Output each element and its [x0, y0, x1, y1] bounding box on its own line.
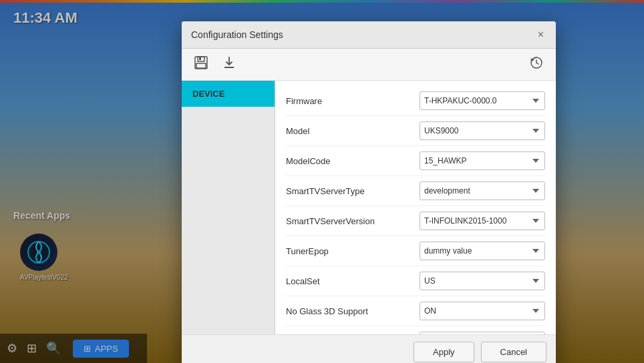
- sidebar-device-label: DEVICE: [192, 89, 224, 99]
- field-select-noglass3d[interactable]: ON OFF: [420, 302, 545, 320]
- history-icon: [529, 55, 544, 70]
- svg-rect-4: [199, 57, 201, 60]
- field-select-ttvsupport[interactable]: OFF ON: [420, 332, 545, 334]
- field-label-smarttvservertype: SmartTVServerType: [286, 186, 420, 196]
- download-button[interactable]: [219, 54, 239, 75]
- field-select-tunerepop[interactable]: dummy value: [420, 242, 545, 260]
- field-row-tunerepop: TunerEpop dummy value: [286, 236, 545, 266]
- field-label-noglass3d: No Glass 3D Support: [286, 306, 420, 316]
- dialog-content: Firmware T-HKPAKUC-0000.0 Model UKS9000 …: [275, 81, 556, 334]
- dialog-toolbar: [182, 49, 556, 81]
- save-button[interactable]: [191, 54, 211, 75]
- sidebar-item-device[interactable]: DEVICE: [182, 81, 275, 107]
- dialog-close-button[interactable]: ×: [535, 28, 546, 41]
- svg-rect-5: [196, 63, 206, 68]
- field-label-firmware: Firmware: [286, 96, 420, 106]
- field-row-firmware: Firmware T-HKPAKUC-0000.0: [286, 86, 545, 116]
- field-row-smarttvserverversion: SmartTVServerVersion T-INFOLINK2015-1000: [286, 206, 545, 236]
- desktop: 11:34 AM Recent Apps AVPlaytestV022 ⚙ ⊞ …: [0, 0, 644, 363]
- history-button[interactable]: [526, 54, 546, 75]
- download-icon: [222, 55, 236, 70]
- field-label-localset: LocalSet: [286, 276, 420, 286]
- field-select-model[interactable]: UKS9000: [420, 121, 545, 140]
- field-select-smarttvserverversion[interactable]: T-INFOLINK2015-1000: [420, 212, 545, 230]
- save-icon: [194, 55, 208, 70]
- field-row-modelcode: ModelCode 15_HAWKP: [286, 146, 545, 176]
- apply-button[interactable]: Apply: [414, 342, 474, 362]
- field-label-model: Model: [286, 126, 420, 136]
- field-label-modelcode: ModelCode: [286, 156, 420, 166]
- field-select-smarttvservertype[interactable]: development: [420, 182, 545, 200]
- field-row-noglass3d: No Glass 3D Support ON OFF: [286, 296, 545, 326]
- field-label-smarttvserverversion: SmartTVServerVersion: [286, 216, 420, 226]
- dialog-footer: Apply Cancel: [182, 334, 556, 363]
- field-select-firmware[interactable]: T-HKPAKUC-0000.0: [420, 91, 545, 110]
- field-label-tunerepop: TunerEpop: [286, 246, 420, 256]
- dialog-body: DEVICE Firmware T-HKPAKUC-0000.0 Model U…: [182, 81, 556, 334]
- field-row-localset: LocalSet US: [286, 266, 545, 296]
- field-row-model: Model UKS9000: [286, 116, 545, 146]
- toolbar-left: [191, 54, 239, 75]
- field-row-ttvsupport: TTV Support OFF ON: [286, 326, 545, 334]
- cancel-button[interactable]: Cancel: [481, 342, 546, 362]
- field-select-modelcode[interactable]: 15_HAWKP: [420, 151, 545, 170]
- field-select-localset[interactable]: US: [420, 272, 545, 290]
- dialog-sidebar: DEVICE: [182, 81, 275, 334]
- dialog-titlebar: Configuration Settings ×: [182, 21, 556, 49]
- configuration-dialog: Configuration Settings ×: [182, 21, 556, 363]
- dialog-title: Configuration Settings: [191, 29, 283, 40]
- field-row-smarttvservertype: SmartTVServerType development: [286, 176, 545, 206]
